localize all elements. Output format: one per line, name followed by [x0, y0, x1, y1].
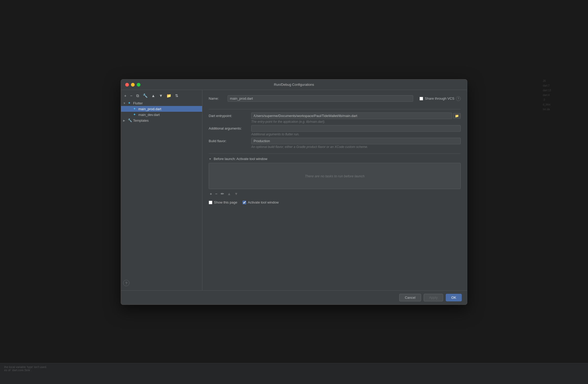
- run-debug-dialog: Run/Debug Configurations + − ⧉ 🔧 ▲ ▼ 📁 ⇅: [121, 79, 467, 305]
- wrench-icon: 🔧: [128, 118, 132, 122]
- titlebar-controls: [125, 83, 140, 87]
- remove-task-button[interactable]: −: [214, 191, 219, 196]
- flutter-group-item[interactable]: ▼ ✦ Flutter: [121, 100, 202, 106]
- left-toolbar: + − ⧉ 🔧 ▲ ▼ 📁 ⇅: [121, 92, 202, 100]
- main-dev-label: main_dev.dart: [138, 113, 160, 117]
- minimize-button[interactable]: [131, 83, 135, 87]
- dart-file-icon: ✦: [133, 107, 137, 111]
- remove-config-button[interactable]: −: [129, 93, 134, 98]
- show-page-label: Show this page: [214, 200, 237, 204]
- right-panel: Name: Share through VCS ? Dart entrypoin…: [202, 90, 467, 290]
- share-vcs-label: Share through VCS: [425, 97, 454, 100]
- dialog-titlebar: Run/Debug Configurations: [121, 79, 467, 90]
- templates-label: Templates: [133, 119, 149, 122]
- before-launch-chevron: ▼: [209, 157, 212, 161]
- tasks-toolbar: + − ✏ ▲ ▼: [209, 191, 461, 196]
- dart-entrypoint-label: Dart entrypoint:: [209, 113, 248, 118]
- share-vcs-row: Share through VCS ?: [419, 96, 461, 101]
- show-page-option: Show this page: [209, 200, 237, 204]
- close-button[interactable]: [125, 83, 129, 87]
- additional-args-input[interactable]: [251, 125, 461, 132]
- before-launch-header[interactable]: ▼ Before launch: Activate tool window: [209, 157, 461, 161]
- move-down-button[interactable]: ▼: [158, 93, 164, 98]
- help-button-left[interactable]: ?: [123, 280, 129, 286]
- main-prod-item[interactable]: ✦ main_prod.dart: [121, 106, 202, 112]
- dialog-body: + − ⧉ 🔧 ▲ ▼ 📁 ⇅ ▼ ✦ Flutter: [121, 90, 467, 290]
- templates-item[interactable]: ▶ 🔧 Templates: [121, 118, 202, 123]
- additional-args-label: Additional arguments:: [209, 125, 248, 130]
- sort-button[interactable]: ⇅: [174, 93, 180, 98]
- activate-window-option: Activate tool window: [243, 200, 279, 204]
- additional-args-row: Additional arguments: Additional argumen…: [209, 125, 461, 136]
- add-config-button[interactable]: +: [123, 93, 128, 98]
- chevron-down-icon: ▼: [123, 102, 127, 105]
- options-row: Show this page Activate tool window: [209, 200, 461, 204]
- dart-entrypoint-input[interactable]: [251, 113, 452, 119]
- flutter-group-label: Flutter: [133, 101, 143, 105]
- build-flavor-input[interactable]: [251, 138, 461, 144]
- flutter-icon: ✦: [128, 101, 132, 105]
- before-launch-title: Before launch: Activate tool window: [214, 157, 267, 161]
- dart-entrypoint-hint: The entry-point for the application (e.g…: [251, 120, 461, 124]
- left-panel: + − ⧉ 🔧 ▲ ▼ 📁 ⇅ ▼ ✦ Flutter: [121, 90, 202, 290]
- divider-middle: [209, 153, 461, 154]
- name-row: Name: Share through VCS ?: [209, 95, 461, 102]
- move-task-down-button[interactable]: ▼: [233, 191, 239, 196]
- share-vcs-checkbox[interactable]: [419, 97, 423, 100]
- modal-overlay: Run/Debug Configurations + − ⧉ 🔧 ▲ ▼ 📁 ⇅: [0, 0, 588, 384]
- dart-entrypoint-with-browse: 📁: [251, 113, 461, 119]
- additional-args-input-area: Additional arguments to flutter run.: [251, 125, 461, 136]
- dialog-title: Run/Debug Configurations: [274, 83, 314, 87]
- share-help-button[interactable]: ?: [456, 96, 461, 101]
- browse-button[interactable]: 📁: [453, 113, 461, 119]
- additional-args-hint: Additional arguments to flutter run.: [251, 132, 461, 136]
- show-page-checkbox[interactable]: [209, 201, 212, 204]
- edit-task-button[interactable]: ✏: [220, 191, 225, 196]
- activate-window-label: Activate tool window: [248, 200, 279, 204]
- dart-entrypoint-input-area: 📁 The entry-point for the application (e…: [251, 113, 461, 124]
- tasks-area: There are no tasks to run before launch: [209, 163, 461, 189]
- build-flavor-input-area: An optional build flavor; either a Gradl…: [251, 138, 461, 149]
- tasks-empty-text: There are no tasks to run before launch: [305, 174, 365, 178]
- edit-config-button[interactable]: 🔧: [142, 93, 149, 98]
- cancel-button[interactable]: Cancel: [399, 294, 421, 301]
- add-task-button[interactable]: +: [209, 191, 213, 196]
- name-input[interactable]: [228, 95, 413, 102]
- build-flavor-hint: An optional build flavor; either a Gradl…: [251, 145, 461, 149]
- build-flavor-row: Build flavor: An optional build flavor; …: [209, 138, 461, 149]
- dart-entrypoint-row: Dart entrypoint: 📁 The entry-point for t…: [209, 113, 461, 124]
- folder-button[interactable]: 📁: [165, 93, 172, 98]
- activate-window-checkbox[interactable]: [243, 201, 246, 204]
- divider-top: [209, 109, 461, 109]
- dart-file-icon-2: ✦: [133, 113, 137, 117]
- main-dev-item[interactable]: ✦ main_dev.dart: [121, 112, 202, 118]
- move-task-up-button[interactable]: ▲: [226, 191, 232, 196]
- ok-button[interactable]: OK: [446, 294, 462, 301]
- chevron-right-icon: ▶: [123, 119, 127, 122]
- apply-button[interactable]: Apply: [424, 294, 443, 301]
- build-flavor-label: Build flavor:: [209, 138, 248, 143]
- move-up-button[interactable]: ▲: [150, 93, 156, 98]
- main-prod-label: main_prod.dart: [138, 107, 161, 111]
- maximize-button[interactable]: [137, 83, 140, 87]
- name-label: Name:: [209, 97, 224, 100]
- dialog-footer: Cancel Apply OK: [121, 290, 467, 305]
- copy-config-button[interactable]: ⧉: [135, 93, 140, 98]
- config-tree: ▼ ✦ Flutter ✦ main_prod.dart ✦ mai: [121, 100, 202, 278]
